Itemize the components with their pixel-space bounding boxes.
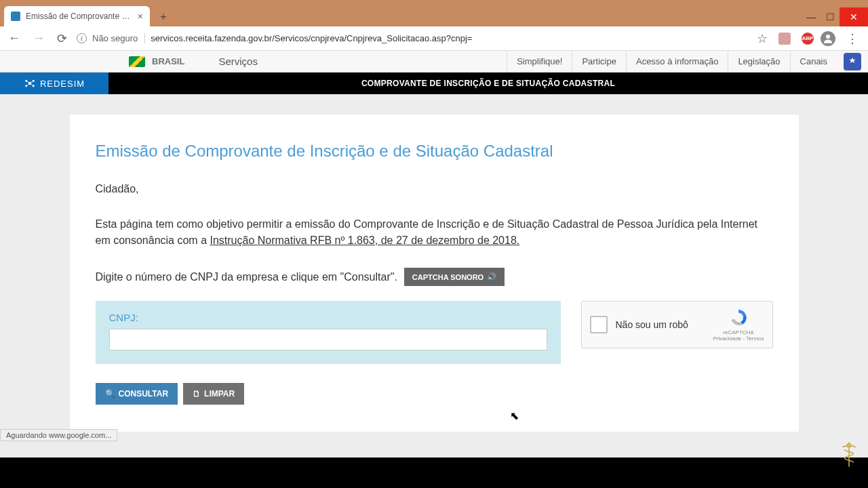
redesim-text: REDESIM [40, 79, 85, 89]
gov-link-legislacao[interactable]: Legislação [728, 51, 789, 73]
site-info-icon[interactable]: i [77, 33, 87, 43]
caduceus-icon [838, 442, 860, 469]
adblock-icon[interactable]: ABP [802, 33, 814, 45]
salutation: Cidadão, [96, 181, 773, 197]
window-close-button[interactable]: ✕ [840, 7, 868, 26]
limpar-label: LIMPAR [204, 389, 235, 399]
redesim-icon [24, 77, 36, 89]
instrucao-link[interactable]: Instrução Normativa RFB nº 1.863, de 27 … [210, 235, 519, 246]
limpar-button[interactable]: 🗋 LIMPAR [183, 383, 244, 405]
redesim-logo[interactable]: REDESIM [0, 73, 108, 94]
intro-text: Esta página tem como objetivo permitir a… [96, 216, 773, 249]
page-title: Emissão de Comprovante de Inscrição e de… [96, 142, 773, 161]
recaptcha-brand: reCAPTCHA [713, 329, 764, 336]
cnpj-field-box: CNPJ: [96, 301, 561, 364]
recaptcha-checkbox[interactable] [590, 316, 608, 333]
header-bar: REDESIM COMPROVANTE DE INSCRIÇÃO E DE SI… [0, 73, 868, 94]
window-maximize-button[interactable]: ☐ [821, 7, 840, 26]
accessibility-icon[interactable] [844, 53, 861, 70]
reload-button[interactable]: ⟳ [54, 28, 70, 49]
brazil-flag-icon [129, 56, 145, 67]
gov-link-participe[interactable]: Participe [572, 51, 626, 73]
header-title: COMPROVANTE DE INSCRIÇÃO E DE SITUAÇÃO C… [108, 79, 868, 88]
cnpj-input[interactable] [109, 329, 547, 350]
browser-tab[interactable]: Emissão de Comprovante de Insc × [4, 6, 150, 26]
bookmark-star-icon[interactable]: ☆ [757, 31, 768, 46]
recaptcha-terms[interactable]: Privacidade - Termos [713, 336, 764, 342]
instruction-text: Digite o número de CNPJ da empresa e cli… [96, 271, 397, 283]
gov-top-bar: BRASIL Serviços Simplifique! Participe A… [0, 51, 868, 73]
tab-title: Emissão de Comprovante de Insc [26, 12, 132, 21]
window-minimize-button[interactable]: — [802, 7, 821, 26]
brasil-label[interactable]: BRASIL [152, 56, 184, 66]
tab-close-icon[interactable]: × [138, 11, 143, 22]
recaptcha-logo: reCAPTCHA Privacidade - Termos [713, 308, 764, 342]
url-text: servicos.receita.fazenda.gov.br/Servicos… [151, 33, 472, 43]
recaptcha-label: Não sou um robô [616, 319, 705, 330]
cnpj-label: CNPJ: [109, 312, 547, 323]
back-button[interactable]: ← [5, 28, 23, 48]
tab-favicon-icon [11, 12, 20, 21]
recaptcha-widget: Não sou um robô reCAPTCHA Privacidade - … [581, 301, 773, 348]
consultar-label: CONSULTAR [119, 389, 169, 399]
gov-link-simplifique[interactable]: Simplifique! [507, 51, 572, 73]
extension-icon[interactable] [778, 33, 791, 45]
address-bar[interactable]: i Não seguro servicos.receita.fazenda.go… [77, 33, 750, 43]
new-tab-button[interactable]: + [154, 7, 173, 26]
captcha-sonoro-button[interactable]: CAPTCHA SONORO 🔊 [404, 268, 505, 286]
status-bar: Aguardando www.google.com... [0, 429, 117, 441]
captcha-sonoro-label: CAPTCHA SONORO [412, 273, 484, 281]
services-link[interactable]: Serviços [218, 56, 258, 67]
browser-menu-button[interactable]: ⋮ [842, 31, 863, 46]
gov-link-canais[interactable]: Canais [790, 51, 837, 73]
bottom-letterbox [0, 469, 868, 488]
sound-icon: 🔊 [487, 272, 496, 281]
forward-button[interactable]: → [30, 28, 47, 48]
consultar-button[interactable]: 🔍 CONSULTAR [96, 383, 178, 405]
profile-avatar-icon[interactable] [821, 31, 835, 46]
document-icon: 🗋 [193, 389, 201, 399]
main-card: Emissão de Comprovante de Inscrição e de… [70, 115, 799, 432]
svg-point-0 [826, 35, 830, 39]
search-icon: 🔍 [105, 389, 115, 399]
gov-link-acesso[interactable]: Acesso à informação [626, 51, 728, 73]
insecure-label: Não seguro [92, 33, 145, 43]
